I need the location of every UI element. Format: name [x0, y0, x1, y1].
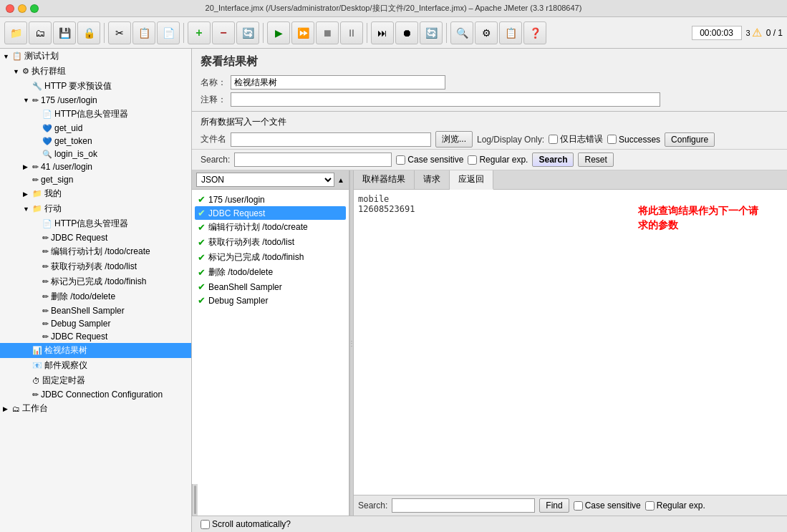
run-button[interactable]: ▶	[267, 21, 290, 44]
tab-sampler-result[interactable]: 取样器结果	[354, 170, 415, 189]
filename-input[interactable]	[231, 132, 431, 147]
close-button[interactable]	[6, 4, 14, 13]
sidebar-item-jdbc-request-2[interactable]: ✏ JDBC Request	[0, 330, 191, 343]
sidebar-item-http-defaults[interactable]: 🔧 HTTP 要求预设值	[0, 79, 191, 94]
regex-label[interactable]: Regular exp.	[468, 155, 528, 165]
sidebar-item-175-login[interactable]: ▼ ✏ 175 /user/login	[0, 94, 191, 107]
sidebar-item-jdbc-request[interactable]: ✏ JDBC Request	[0, 231, 191, 244]
format-select[interactable]: JSON XML Text Regexp Tester	[196, 173, 334, 187]
scroll-auto-checkbox[interactable]	[201, 520, 210, 529]
scroll-indicator[interactable]	[192, 484, 198, 516]
result-item-4[interactable]: ✔ 标记为已完成 /todo/finish	[195, 250, 346, 265]
search-button[interactable]: 🔍	[450, 21, 473, 44]
help-button[interactable]: ❓	[523, 21, 546, 44]
pause-button[interactable]: ⏸	[340, 21, 363, 44]
copy-button[interactable]: 📋	[132, 21, 155, 44]
remote-stop-button[interactable]: ⏺	[395, 21, 418, 44]
case-sensitive-label[interactable]: Case sensitive	[396, 155, 463, 165]
tab-request[interactable]: 请求	[415, 170, 450, 189]
panel-title: 察看结果树	[192, 49, 787, 74]
bottom-case-checkbox[interactable]	[574, 501, 583, 511]
maximize-button[interactable]	[30, 4, 39, 13]
sidebar-item-41-login[interactable]: ▶ ✏ 41 /user/login	[0, 160, 191, 173]
errors-checkbox[interactable]	[549, 135, 558, 144]
cut-button[interactable]: ✂	[108, 21, 131, 44]
sidebar-item-jdbc-config[interactable]: ✏ JDBC Connection Configuration	[0, 388, 191, 401]
run-all-button[interactable]: ⏩	[291, 21, 314, 44]
result-item-5[interactable]: ✔ 删除 /todo/delete	[195, 265, 346, 280]
open-button[interactable]: 🗂	[29, 21, 52, 44]
sidebar-item-mail[interactable]: 📧 邮件观察仪	[0, 358, 191, 373]
search-input-top[interactable]	[234, 153, 392, 167]
sidebar-item-beanshell[interactable]: ✏ BeanShell Sampler	[0, 304, 191, 317]
minimize-button[interactable]	[18, 4, 26, 13]
sidebar-item-timer[interactable]: ⏱ 固定定时器	[0, 373, 191, 388]
comment-label: 注释：	[201, 94, 226, 106]
sidebar-item-debug[interactable]: ✏ Debug Sampler	[0, 317, 191, 330]
name-input[interactable]	[231, 75, 445, 90]
successes-checkbox-label[interactable]: Successes	[607, 135, 660, 145]
log-viewer-button[interactable]: 📋	[499, 21, 522, 44]
errors-label: 仅日志错误	[560, 133, 603, 145]
remote-clear-button[interactable]: 🔄	[420, 21, 443, 44]
search-button-top[interactable]: Search	[532, 153, 574, 167]
log-display-label: Log/Display Only:	[477, 135, 544, 145]
browse-button[interactable]: 浏览...	[435, 131, 473, 147]
scroll-auto-label[interactable]: Scroll automatically?	[201, 519, 291, 529]
sidebar-item-get-uid[interactable]: 💙 get_uid	[0, 122, 191, 135]
bottom-search-input[interactable]	[392, 498, 535, 513]
regex-checkbox[interactable]	[468, 155, 477, 165]
sidebar-item-get-list[interactable]: ✏ 获取行动列表 /todo/list	[0, 259, 191, 274]
find-button[interactable]: Find	[539, 498, 569, 513]
save-as-button[interactable]: 🔒	[77, 21, 100, 44]
errors-checkbox-label[interactable]: 仅日志错误	[549, 133, 603, 145]
window-controls[interactable]	[6, 4, 39, 13]
result-item-1[interactable]: ✔ JDBC Request	[195, 206, 346, 220]
sidebar-item-http-header-2[interactable]: 📄 HTTP信息头管理器	[0, 216, 191, 231]
get-list-icon: ✏	[42, 262, 49, 271]
save-button[interactable]: 💾	[53, 21, 76, 44]
successes-checkbox[interactable]	[607, 135, 617, 144]
separator-1	[104, 23, 105, 43]
new-button[interactable]: 📁	[4, 21, 27, 44]
configure-button[interactable]: Configure	[665, 132, 715, 147]
clear-button[interactable]: 🔄	[236, 21, 259, 44]
sidebar-item-delete[interactable]: ✏ 删除 /todo/delete	[0, 289, 191, 304]
ssl-button[interactable]: ⚙	[475, 21, 498, 44]
sidebar-item-mine[interactable]: ▶ 📁 我的	[0, 186, 191, 201]
counter-display: 0 / 1	[766, 28, 783, 38]
case-sensitive-checkbox[interactable]	[396, 155, 405, 165]
comment-input[interactable]	[231, 92, 660, 107]
sidebar-item-workbench[interactable]: ▶ 🗂 工作台	[0, 401, 191, 416]
bottom-regex-label[interactable]: Regular exp.	[645, 500, 705, 511]
sidebar-item-view-results[interactable]: 📊 检视结果树	[0, 343, 191, 358]
sidebar-item-mark-done[interactable]: ✏ 标记为已完成 /todo/finish	[0, 274, 191, 289]
reset-button[interactable]: Reset	[578, 153, 613, 167]
result-item-6[interactable]: ✔ BeanShell Sampler	[195, 280, 346, 294]
sidebar-item-execution-group[interactable]: ▼ ⚙ 执行群组	[0, 64, 191, 79]
sidebar-item-edit-todo[interactable]: ✏ 编辑行动计划 /todo/create	[0, 244, 191, 259]
remove-button[interactable]: −	[212, 21, 235, 44]
sidebar-item-http-header[interactable]: 📄 HTTP信息头管理器	[0, 107, 191, 122]
tab-response[interactable]: 应返回	[450, 170, 493, 190]
add-button[interactable]: +	[188, 21, 211, 44]
arrow-icon: ▼	[23, 205, 30, 213]
result-item-2[interactable]: ✔ 编辑行动计划 /todo/create	[195, 220, 346, 235]
bottom-regex-checkbox[interactable]	[645, 501, 655, 511]
sidebar-item-get-sign[interactable]: ✏ get_sign	[0, 173, 191, 186]
sidebar-item-get-token[interactable]: 💙 get_token	[0, 135, 191, 147]
bottom-case-label[interactable]: Case sensitive	[574, 500, 641, 511]
sidebar-item-actions[interactable]: ▼ 📁 行动	[0, 201, 191, 216]
result-item-0[interactable]: ✔ 175 /user/login	[195, 193, 346, 206]
test-plan-icon: 📋	[12, 52, 22, 61]
token-icon: 💙	[42, 137, 52, 146]
result-item-3[interactable]: ✔ 获取行动列表 /todo/list	[195, 235, 346, 250]
scroll-handle[interactable]	[194, 485, 196, 514]
sidebar-item-test-plan[interactable]: ▼ 📋 测试计划	[0, 49, 191, 64]
actions-icon: 📁	[32, 204, 42, 213]
paste-button[interactable]: 📄	[157, 21, 180, 44]
stop-button[interactable]: ⏹	[316, 21, 339, 44]
remote-run-button[interactable]: ⏭	[371, 21, 394, 44]
sidebar-item-login-ok[interactable]: 🔍 login_is_ok	[0, 147, 191, 160]
result-item-7[interactable]: ✔ Debug Sampler	[195, 294, 346, 307]
